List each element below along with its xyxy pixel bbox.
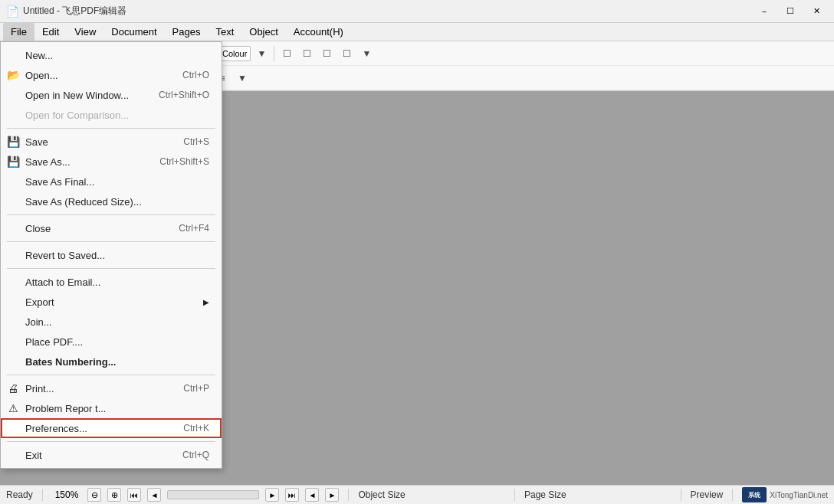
status-div-4: [681, 489, 681, 501]
menu-problem-report[interactable]: ⚠ Problem Repor t...: [1, 398, 222, 418]
status-div-5: [732, 489, 733, 501]
sep-2: [7, 214, 215, 215]
menu-save-as[interactable]: 💾 Save As... Ctrl+Shift+S: [1, 152, 222, 172]
sep-1: [7, 128, 215, 129]
menu-new[interactable]: New...: [1, 45, 222, 65]
ready-status: Ready: [6, 489, 33, 500]
sep-3: [7, 241, 215, 242]
file-dropdown-menu: New... 📂 Open... Ctrl+O Open in New Wind…: [0, 41, 222, 469]
object-size-status: Object Size: [358, 489, 505, 500]
maximize-button[interactable]: ☐: [779, 3, 802, 20]
menu-preferences[interactable]: Preferences... Ctrl+K: [1, 418, 222, 438]
export-submenu-arrow: ▶: [203, 298, 209, 306]
status-div-3: [514, 489, 515, 501]
menu-view[interactable]: View: [67, 23, 103, 41]
open-icon: 📂: [5, 69, 21, 81]
menu-text[interactable]: Text: [208, 23, 241, 41]
menu-save[interactable]: 💾 Save Ctrl+S: [1, 132, 222, 152]
menu-save-reduced[interactable]: Save As (Reduced Size)...: [1, 191, 222, 211]
first-page-button[interactable]: ⏮: [127, 488, 141, 502]
zoom-out-button[interactable]: ⊖: [87, 488, 101, 502]
menu-print[interactable]: 🖨 Print... Ctrl+P: [1, 378, 222, 398]
menu-open-new-window[interactable]: Open in New Window... Ctrl+Shift+O: [1, 85, 222, 105]
zoom-in-button[interactable]: ⊕: [107, 488, 121, 502]
watermark-text: XiTongTianDi.net: [770, 491, 828, 499]
object-size-text: Object Size: [358, 489, 405, 500]
status-div-1: [42, 489, 43, 501]
menu-file[interactable]: File: [3, 23, 34, 41]
menu-object[interactable]: Object: [241, 23, 286, 41]
tb-btn-2[interactable]: ☐: [297, 44, 316, 63]
minimize-button[interactable]: −: [753, 3, 776, 20]
tb-btn-4[interactable]: ☐: [337, 44, 356, 63]
zoom-value: 150%: [52, 488, 82, 502]
status-bar: Ready 150% ⊖ ⊕ ⏮ ◄ ► ⏭ ◄ ► Object Size P…: [0, 485, 834, 504]
print-icon: 🖨: [5, 382, 21, 394]
menu-open-comparison: Open for Comparison...: [1, 105, 222, 125]
tb-btn-5[interactable]: ▼: [357, 44, 376, 63]
page-size-text: Page Size: [524, 489, 566, 500]
sep-5: [7, 375, 215, 375]
preview-status: Preview: [691, 489, 724, 500]
menu-document[interactable]: Document: [103, 23, 164, 41]
colour-dropdown[interactable]: ▼: [252, 44, 271, 63]
sep-4: [7, 268, 215, 269]
menu-edit[interactable]: Edit: [34, 23, 67, 41]
menu-bar: File Edit View Document Pages Text Objec…: [0, 23, 834, 41]
last-page-button[interactable]: ⏭: [285, 488, 299, 502]
next-page-button[interactable]: ►: [265, 488, 279, 502]
scroll-right-button[interactable]: ►: [325, 488, 339, 502]
menu-place-pdf[interactable]: Place PDF....: [1, 332, 222, 352]
prev-page-button[interactable]: ◄: [147, 488, 161, 502]
menu-save-final[interactable]: Save As Final...: [1, 172, 222, 191]
ready-text: Ready: [6, 489, 33, 500]
menu-bates[interactable]: Bates Numbering...: [1, 352, 222, 371]
menu-account[interactable]: Account(H): [286, 23, 351, 41]
menu-join[interactable]: Join...: [1, 312, 222, 332]
menu-attach-email[interactable]: Attach to Email...: [1, 272, 222, 292]
menu-close[interactable]: Close Ctrl+F4: [1, 218, 222, 238]
watermark: 系统 XiTongTianDi.net: [742, 487, 828, 502]
menu-pages[interactable]: Pages: [165, 23, 208, 41]
menu-open[interactable]: 📂 Open... Ctrl+O: [1, 65, 222, 85]
toolbar-sep-4: [274, 46, 274, 61]
close-button[interactable]: ✕: [805, 3, 828, 20]
sep-6: [7, 441, 215, 442]
status-div-2: [348, 489, 349, 501]
save-as-icon: 💾: [5, 155, 21, 168]
menu-revert[interactable]: Revert to Saved...: [1, 245, 222, 265]
window-controls: − ☐ ✕: [753, 3, 828, 20]
problem-report-icon: ⚠: [5, 402, 21, 414]
menu-export[interactable]: Export ▶: [1, 292, 222, 312]
menu-exit[interactable]: Exit Ctrl+Q: [1, 445, 222, 465]
window-title: Untitled - 飞思PDF编辑器: [23, 5, 753, 18]
app-icon: 📄: [6, 5, 18, 18]
para-dropdown[interactable]: ▼: [233, 69, 251, 87]
progress-bar: [167, 490, 259, 499]
title-bar: 📄 Untitled - 飞思PDF编辑器 − ☐ ✕: [0, 0, 834, 23]
watermark-logo: 系统: [742, 487, 767, 502]
scroll-left-button[interactable]: ◄: [305, 488, 319, 502]
tb-btn-3[interactable]: ☐: [317, 44, 336, 63]
save-icon: 💾: [5, 136, 21, 148]
page-size-status: Page Size: [524, 489, 671, 500]
preview-text: Preview: [691, 489, 724, 500]
tb-btn-1[interactable]: ☐: [277, 44, 296, 63]
colour-label: Colour: [218, 46, 251, 61]
